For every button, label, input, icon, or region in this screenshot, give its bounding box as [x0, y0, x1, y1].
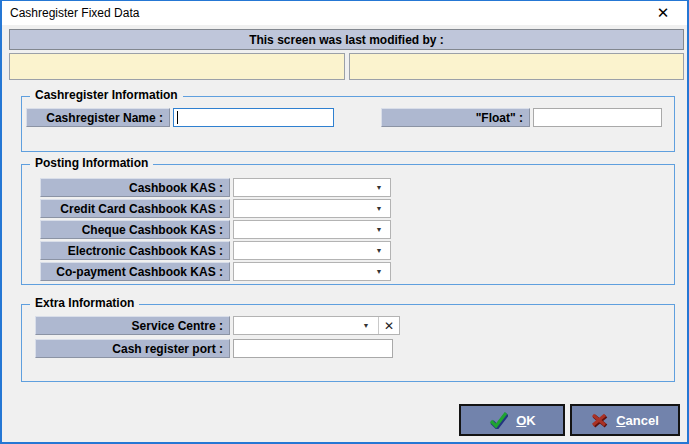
clear-selection-button[interactable]: ✕ — [378, 317, 399, 334]
group-title: Cashregister Information — [30, 88, 183, 102]
text-caret — [177, 111, 178, 124]
chevron-down-icon: ▼ — [370, 179, 388, 196]
last-modified-label: This screen was last modified by : — [249, 33, 444, 47]
clear-x-icon: ✕ — [384, 319, 394, 333]
cheque-cashbook-kas-label: Cheque Cashbook KAS : — [40, 220, 230, 239]
float-input[interactable] — [533, 108, 662, 127]
group-title: Posting Information — [30, 156, 153, 170]
close-icon: ✕ — [657, 4, 670, 22]
credit-card-cashbook-kas-label: Credit Card Cashbook KAS : — [40, 199, 230, 218]
dialog-cashregister-fixed-data: Cashregister Fixed Data ✕ This screen wa… — [0, 0, 689, 444]
electronic-cashbook-kas-select[interactable]: ▼ — [233, 241, 391, 260]
cash-register-port-input[interactable] — [233, 339, 393, 358]
group-cashregister-information: Cashregister Information Cashregister Na… — [21, 96, 675, 152]
last-modified-date-box — [349, 53, 684, 80]
group-extra-information: Extra Information Service Centre : ▼ ✕ C… — [21, 304, 675, 382]
red-x-icon — [591, 413, 608, 428]
group-title: Extra Information — [30, 296, 139, 310]
last-modified-header: This screen was last modified by : — [9, 29, 684, 50]
green-check-icon — [488, 411, 508, 429]
cashbook-kas-label: Cashbook KAS : — [40, 178, 230, 197]
cashregister-name-label: Cashregister Name : — [26, 108, 170, 127]
last-modified-user-box — [9, 53, 345, 80]
cashbook-kas-select[interactable]: ▼ — [233, 178, 391, 197]
electronic-cashbook-kas-label: Electronic Cashbook KAS : — [40, 241, 230, 260]
chevron-down-icon: ▼ — [370, 221, 388, 238]
chevron-down-icon: ▼ — [370, 263, 388, 280]
close-button[interactable]: ✕ — [645, 2, 681, 24]
cancel-button-label: Cancel — [616, 413, 659, 428]
window-title: Cashregister Fixed Data — [10, 6, 139, 20]
title-bar[interactable]: Cashregister Fixed Data ✕ — [2, 1, 687, 25]
service-centre-select[interactable]: ▼ ✕ — [233, 316, 400, 335]
co-payment-cashbook-kas-label: Co-payment Cashbook KAS : — [40, 262, 230, 281]
float-label: "Float" : — [381, 108, 530, 127]
chevron-down-icon: ▼ — [357, 317, 375, 334]
group-posting-information: Posting Information Cashbook KAS : ▼ Cre… — [21, 164, 675, 285]
cancel-button[interactable]: Cancel — [570, 404, 680, 436]
cheque-cashbook-kas-select[interactable]: ▼ — [233, 220, 391, 239]
chevron-down-icon: ▼ — [370, 242, 388, 259]
credit-card-cashbook-kas-select[interactable]: ▼ — [233, 199, 391, 218]
cashregister-name-input[interactable] — [173, 108, 334, 127]
ok-button[interactable]: OK — [459, 404, 565, 436]
chevron-down-icon: ▼ — [370, 200, 388, 217]
ok-button-label: OK — [516, 413, 536, 428]
cash-register-port-label: Cash register port : — [35, 339, 230, 358]
service-centre-label: Service Centre : — [35, 316, 230, 335]
co-payment-cashbook-kas-select[interactable]: ▼ — [233, 262, 391, 281]
